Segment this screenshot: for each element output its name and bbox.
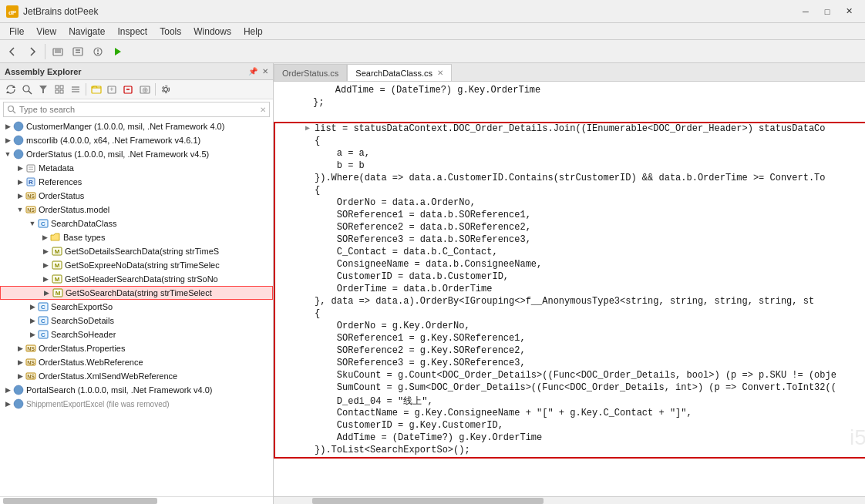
ae-btn-search[interactable] <box>19 82 35 97</box>
ae-btn-remove[interactable] <box>121 82 136 97</box>
title-bar: dP JetBrains dotPeek ─ □ ✕ <box>0 0 865 23</box>
ae-btn-expand[interactable] <box>52 82 67 97</box>
line-code: { <box>313 308 865 319</box>
ae-btn-collapse[interactable] <box>68 82 83 97</box>
expand-icon-shippment[interactable]: ▶ <box>3 399 12 408</box>
toolbar-forward-button[interactable] <box>23 42 42 61</box>
ae-btn-more[interactable]: ⊕ <box>137 82 153 97</box>
minimize-button[interactable]: ─ <box>796 5 816 18</box>
search-box[interactable]: ✕ <box>3 102 270 117</box>
code-line: AddTime = (DateTime?) g.Key.OrderTime <box>274 85 865 97</box>
expand-icon-customermanger[interactable]: ▶ <box>3 122 12 131</box>
expand-icon-getsoheader[interactable]: ▶ <box>40 274 51 284</box>
tab-searchdataclass[interactable]: SearchDataClass.cs ✕ <box>347 64 452 81</box>
svg-point-36 <box>14 150 23 159</box>
tree-item-portalsearch[interactable]: ▶ PortalSearch (1.0.0.0, msil, .Net Fram… <box>0 383 273 397</box>
svg-rect-16 <box>56 86 59 89</box>
menu-view[interactable]: View <box>30 23 62 40</box>
metadata-icon <box>25 162 37 174</box>
ae-btn-open[interactable] <box>89 82 104 97</box>
tree-item-mscorlib[interactable]: ▶ mscorlib (4.0.0.0, x64, .Net Framework… <box>0 133 273 147</box>
tree-item-getsoexpree[interactable]: ▶ M GetSoExpreeNoData(string strTimeSele… <box>0 258 273 272</box>
tree-item-orderstatus-ns[interactable]: ▶ NS OrderStatus <box>0 189 273 203</box>
line-code: OrderTime = data.b.OrderTime <box>313 284 865 294</box>
window-controls: ─ □ ✕ <box>796 5 859 18</box>
expand-icon-getsoexpree[interactable]: ▶ <box>40 260 51 270</box>
tree-item-searchsoheader[interactable]: ▶ C SearchSoHeader <box>0 328 273 341</box>
tree-item-orderstatus-model[interactable]: ▼ NS OrderStatus.model <box>0 203 273 217</box>
expand-icon-orderstatus[interactable]: ▼ <box>3 150 12 159</box>
toolbar-home-button[interactable] <box>49 42 67 61</box>
expand-icon-xmlsend[interactable]: ▶ <box>15 371 25 381</box>
expand-icon-searchsodetails[interactable]: ▶ <box>28 316 37 325</box>
tree-item-customermanger[interactable]: ▶ CustomerManger (1.0.0.0, msil, .Net Fr… <box>0 119 273 133</box>
line-code: }).Where(data => data.a.CustomerID.Conta… <box>313 173 865 183</box>
toolbar-back-button[interactable] <box>3 42 22 61</box>
code-hscrollbar[interactable] <box>274 496 865 504</box>
namespace-icon-properties: NS <box>25 342 37 354</box>
tree-item-webreference[interactable]: ▶ NS OrderStatus.WebReference <box>0 355 273 369</box>
code-scroll[interactable]: AddTime = (DateTime?) g.Key.OrderTime }; <box>274 82 865 496</box>
ae-close-pin[interactable]: ✕ <box>262 67 268 76</box>
ae-btn-settings[interactable] <box>158 82 173 97</box>
tab-orderstatus[interactable]: OrderStatus.cs <box>274 64 347 81</box>
menu-windows[interactable]: Windows <box>187 23 237 40</box>
search-input[interactable] <box>19 105 257 114</box>
tree-item-orderstatus[interactable]: ▼ OrderStatus (1.0.0.0, msil, .Net Frame… <box>0 147 273 161</box>
expand-icon-searchsoheader[interactable]: ▶ <box>28 330 37 339</box>
search-clear[interactable]: ✕ <box>260 106 266 114</box>
tree-container[interactable]: ▶ CustomerManger (1.0.0.0, msil, .Net Fr… <box>0 119 273 496</box>
tree-item-searchexportso[interactable]: ▶ C SearchExportSo <box>0 300 273 314</box>
expand-icon-metadata[interactable]: ▶ <box>15 163 25 173</box>
expand-icon-mscorlib[interactable]: ▶ <box>3 136 12 145</box>
method-icon-getsoheader: M <box>51 273 63 285</box>
expand-icon-searchdataclass[interactable]: ▼ <box>28 219 37 228</box>
ae-btn-filter[interactable] <box>35 82 51 97</box>
tree-item-getsoheader[interactable]: ▶ M GetSoHeaderSearchData(string strSoNo <box>0 272 273 286</box>
ae-pin-icon[interactable]: 📌 <box>248 67 257 76</box>
tree-item-references[interactable]: ▶ R References <box>0 175 273 189</box>
expand-icon-orderstatus-model[interactable]: ▼ <box>15 205 25 214</box>
code-line: SOReference1 = g.Key.SOReference1, <box>275 333 865 345</box>
line-code: OrderNo = data.a.OrderNo, <box>313 197 865 208</box>
tree-item-getsodets[interactable]: ▶ M GetSoDetailsSearchData(string strTim… <box>0 244 273 258</box>
tree-item-shippment[interactable]: ▶ ShippmentExportExcel (file was removed… <box>0 397 273 411</box>
menu-inspect[interactable]: Inspect <box>112 23 154 40</box>
toolbar-btn2[interactable] <box>69 42 87 61</box>
tree-item-getsosearch[interactable]: ▶ M GetSoSearchData(string strTimeSelect <box>0 286 273 300</box>
tree-item-searchdataclass[interactable]: ▼ C SearchDataClass <box>0 217 273 230</box>
maximize-button[interactable]: □ <box>817 5 837 18</box>
toolbar-btn3[interactable] <box>89 42 107 61</box>
close-button[interactable]: ✕ <box>839 5 859 18</box>
method-icon-getsoexpree: M <box>51 259 63 271</box>
tab-close-searchdataclass[interactable]: ✕ <box>437 69 443 77</box>
toolbar-run-button[interactable] <box>109 42 127 61</box>
tree-item-searchsodetails[interactable]: ▶ C SearchSoDetails <box>0 314 273 328</box>
expand-icon-references[interactable]: ▶ <box>15 177 25 186</box>
ae-btn-sync[interactable] <box>3 82 19 97</box>
menu-navigate[interactable]: Navigate <box>62 23 111 40</box>
tree-item-metadata[interactable]: ▶ Metadata <box>0 161 273 175</box>
expand-icon-webreference[interactable]: ▶ <box>15 358 25 367</box>
expand-icon-basetypes[interactable]: ▶ <box>40 233 49 242</box>
expand-icon-orderstatus-ns[interactable]: ▶ <box>15 191 25 200</box>
expand-icon-getsodets[interactable]: ▶ <box>40 247 51 256</box>
tree-item-xmlsend[interactable]: ▶ NS OrderStatus.XmlSendWebReference <box>0 369 273 383</box>
menu-tools[interactable]: Tools <box>153 23 187 40</box>
editor-area: OrderStatus.cs SearchDataClass.cs ✕ AddT… <box>274 63 865 504</box>
line-code: SOReference1 = g.Key.SOReference1, <box>313 333 865 344</box>
expand-icon-searchexportso[interactable]: ▶ <box>28 302 37 311</box>
menu-file[interactable]: File <box>3 23 30 40</box>
ae-scrollbar[interactable] <box>0 496 273 504</box>
expand-icon-properties[interactable]: ▶ <box>15 344 25 353</box>
menu-help[interactable]: Help <box>237 23 269 40</box>
expand-icon-portalsearch[interactable]: ▶ <box>3 385 12 395</box>
svg-text:C: C <box>41 318 45 324</box>
ae-btn-add[interactable]: + <box>105 82 120 97</box>
tree-label-properties: OrderStatus.Properties <box>39 344 126 353</box>
tree-item-basetypes[interactable]: ▶ Base types <box>0 230 273 244</box>
code-line: }, data => data.a).OrderBy<IGrouping<>f_… <box>275 296 865 308</box>
tree-item-properties[interactable]: ▶ NS OrderStatus.Properties <box>0 341 273 355</box>
expand-icon-getsosearch[interactable]: ▶ <box>41 288 52 297</box>
assembly-icon-mscorlib <box>12 134 25 146</box>
